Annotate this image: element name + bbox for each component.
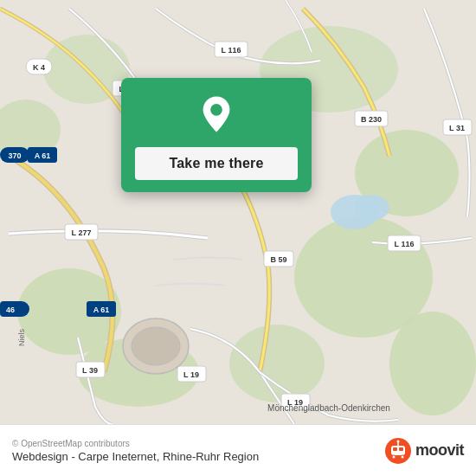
svg-point-5 [229, 325, 325, 402]
svg-point-54 [401, 455, 404, 459]
moovit-icon [384, 437, 412, 465]
moovit-logo: moovit [384, 437, 464, 465]
svg-point-53 [392, 455, 396, 459]
svg-text:A 61: A 61 [93, 306, 110, 314]
bottom-bar: © OpenStreetMap contributors Webdesign -… [0, 424, 476, 476]
svg-text:L 19: L 19 [183, 370, 199, 379]
svg-text:Niels: Niels [17, 329, 26, 347]
svg-point-11 [355, 195, 389, 221]
map-container: K 4 370 A 61 L 208 L 116 B 230 L 31 L 27… [0, 0, 476, 424]
svg-text:L 39: L 39 [82, 366, 98, 375]
copyright-text: © OpenStreetMap contributors [12, 439, 259, 448]
map-svg: K 4 370 A 61 L 208 L 116 B 230 L 31 L 27… [0, 0, 476, 424]
svg-text:370: 370 [8, 151, 21, 160]
svg-text:B 230: B 230 [361, 115, 382, 124]
location-name: Webdesign - Carpe Ineternet, Rhine-Ruhr … [12, 450, 259, 463]
svg-text:46: 46 [6, 306, 15, 314]
take-me-there-button[interactable]: Take me there [135, 147, 298, 180]
moovit-wordmark: moovit [415, 441, 464, 460]
map-popup: Take me there [121, 78, 312, 192]
svg-text:A 61: A 61 [35, 151, 51, 160]
svg-point-48 [210, 104, 222, 116]
svg-rect-52 [399, 447, 403, 451]
svg-text:L 116: L 116 [222, 46, 241, 55]
svg-text:L 31: L 31 [449, 124, 465, 132]
location-pin [196, 93, 237, 138]
svg-text:Mönchengladbach-Odenkirchen: Mönchengladbach-Odenkirchen [267, 403, 390, 413]
svg-text:L 277: L 277 [72, 228, 92, 237]
svg-point-6 [389, 312, 476, 415]
bottom-info: © OpenStreetMap contributors Webdesign -… [12, 439, 259, 463]
svg-text:B 59: B 59 [270, 255, 286, 264]
svg-text:K 4: K 4 [33, 63, 45, 72]
svg-text:L 116: L 116 [395, 240, 415, 248]
svg-point-47 [132, 327, 180, 365]
svg-rect-51 [393, 447, 397, 451]
svg-point-56 [396, 440, 399, 442]
